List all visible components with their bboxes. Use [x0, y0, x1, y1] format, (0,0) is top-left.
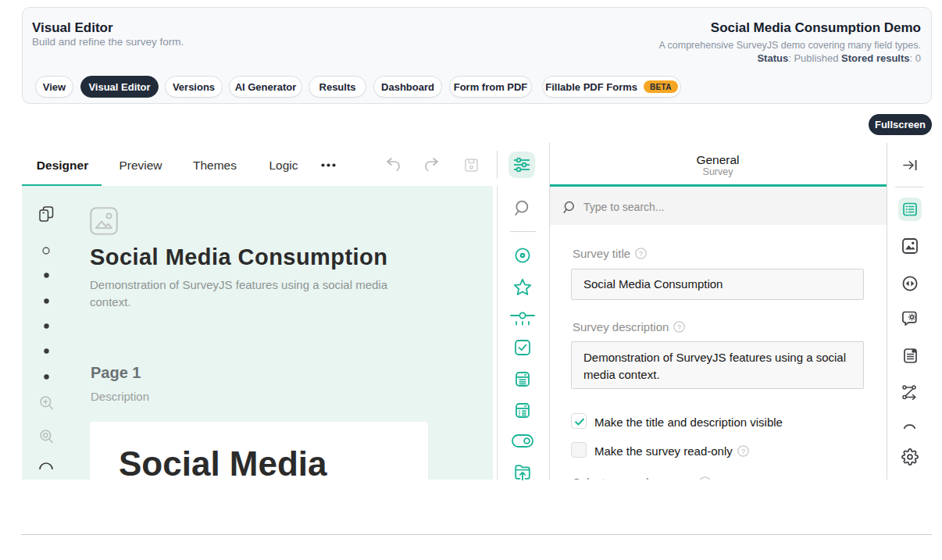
svg-text:?: ?: [741, 448, 745, 455]
svg-text:?: ?: [639, 250, 643, 258]
svg-text:?: ?: [677, 323, 681, 331]
